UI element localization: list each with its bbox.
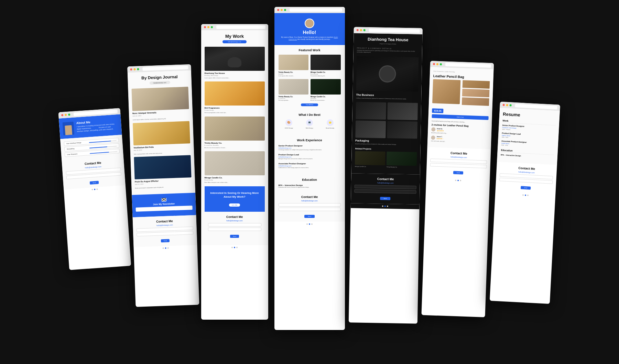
page6-dot-2[interactable] bbox=[457, 179, 458, 181]
page2-browser: By Design Journal hello@divdesign.com Nu… bbox=[127, 64, 199, 307]
minimize-dot bbox=[281, 9, 283, 11]
skill-bar-3 bbox=[90, 151, 117, 154]
page4-whatido-section: What I Do Best 🎨 UX/UI Design 💻 Web Desi… bbox=[274, 110, 345, 135]
page3-dot-1[interactable] bbox=[231, 247, 233, 248]
page6-side-img-2[interactable] bbox=[462, 89, 489, 97]
brand-label: Brand Identity bbox=[326, 127, 334, 129]
maximize-dot bbox=[284, 9, 286, 11]
page2-view-btn[interactable]: hello@divdesign.com bbox=[149, 81, 170, 85]
page1-dot-2[interactable] bbox=[94, 188, 95, 190]
page4-card-text-1: Lorem ipsum dolor sit amet... bbox=[279, 75, 309, 77]
page5-dot-3[interactable] bbox=[387, 206, 388, 207]
page5-name-input[interactable] bbox=[354, 185, 416, 189]
page7-dot-3[interactable] bbox=[527, 194, 528, 196]
page4-hero-link[interactable]: digital experiences bbox=[289, 36, 338, 41]
page3-proj-meta-4: Brand Identity bbox=[205, 179, 265, 181]
page2-url bbox=[142, 66, 188, 71]
page3-dot-3[interactable] bbox=[236, 247, 238, 248]
page3-subtitle-btn[interactable]: hello@divdesign.com bbox=[222, 40, 247, 43]
page7-body: Resume Work Senior Product Designer Free… bbox=[497, 108, 560, 165]
page3-cta-btn[interactable]: Let's Talk bbox=[229, 203, 240, 207]
page5-content: Dianhong Tea House Project & Company Det… bbox=[348, 33, 422, 323]
page5-contact-title: Contact Me bbox=[355, 177, 416, 181]
page3-email-input[interactable] bbox=[208, 228, 261, 231]
page1-dot-1[interactable] bbox=[91, 189, 93, 190]
page4-email-input[interactable] bbox=[279, 208, 341, 211]
page1-hero-link[interactable]: My work bbox=[91, 126, 98, 129]
page4-hero: Hello! My name is Brian. I'm a Senior Pr… bbox=[274, 13, 345, 45]
page6-browser: Shop / Accessories / Leather Pencil Bag … bbox=[421, 60, 494, 317]
page3-proj-text-4: Nam libero tempore cum soluta nobis... bbox=[205, 181, 265, 184]
page3-contact-email[interactable]: hello@divdesign.com bbox=[208, 220, 261, 222]
page4-dot-1[interactable] bbox=[306, 223, 308, 225]
page7-submit-btn[interactable]: Send bbox=[520, 186, 531, 189]
page3-dot-2[interactable] bbox=[234, 247, 235, 248]
page2-name-input[interactable] bbox=[136, 226, 193, 232]
page4-whatido-title: What I Do Best bbox=[279, 113, 341, 117]
page5-related-label-2: Trinity Beauty Co. bbox=[386, 166, 416, 168]
page5-section-1: Project & Company Details A premium tea … bbox=[357, 47, 419, 54]
page5-email-input[interactable] bbox=[354, 189, 416, 194]
page2-title: By Design Journal bbox=[131, 74, 188, 81]
page4-card-title-2: Mirage Candle Co. bbox=[311, 71, 341, 73]
page4-name-input[interactable] bbox=[279, 203, 341, 207]
page3-name-input[interactable] bbox=[208, 223, 261, 227]
newsletter-icon: ✉ bbox=[161, 198, 166, 201]
ux-label: UX/UI Design bbox=[285, 127, 293, 129]
page1-submit-button[interactable]: Send bbox=[90, 181, 99, 185]
page4-contact-email[interactable]: hello@divdesign.com bbox=[279, 200, 341, 202]
page5-submit-btn[interactable]: Send bbox=[380, 197, 390, 200]
page6-review-1: Sarah M. ★★★★★ Beautiful quality leather… bbox=[431, 127, 488, 136]
page5-dot-2[interactable] bbox=[384, 205, 385, 207]
page7-job-2: Product Design Lead Agency Name 2018 – 2… bbox=[501, 132, 555, 141]
page2-submit-btn[interactable]: Send bbox=[161, 239, 170, 242]
minimize-dot bbox=[436, 63, 438, 65]
page2-dot-3[interactable] bbox=[167, 247, 169, 249]
page5-img-grid-2 bbox=[355, 120, 417, 139]
page4-card-meta-4: Packaging bbox=[311, 98, 341, 99]
page6-side-img-1[interactable] bbox=[462, 80, 490, 89]
page4-dot-3[interactable] bbox=[311, 223, 313, 225]
page3-fragrance-img bbox=[205, 117, 265, 141]
page2-dot-2[interactable] bbox=[165, 247, 166, 249]
page1-browser: About Me I specialize in creating immers… bbox=[58, 108, 131, 270]
page4-card-meta-3: E-commerce bbox=[279, 98, 309, 99]
page5-related-img-1 bbox=[355, 151, 385, 165]
page2-post-img-2 bbox=[132, 121, 190, 145]
page4-card-img-1 bbox=[279, 55, 309, 70]
page6-review-2: James T. ★★★★☆ Very well made, great gif… bbox=[431, 135, 488, 144]
page6-add-to-cart-btn[interactable]: Add to Cart bbox=[432, 114, 488, 120]
page4-view-all-btn[interactable]: View All Work bbox=[301, 103, 318, 106]
page4-card-img-2 bbox=[311, 55, 341, 70]
page5-brand-text: Crafting a visual identity that captures… bbox=[356, 97, 418, 100]
page6-dot-1[interactable] bbox=[455, 179, 456, 181]
page3-proj-meta-2: Product Design bbox=[205, 109, 265, 111]
page6-side-img-3[interactable] bbox=[461, 97, 489, 106]
page4-dot-2[interactable] bbox=[309, 223, 310, 225]
page4-projects-grid: Trinity Beauty Co. Branding Lorem ipsum … bbox=[279, 55, 341, 101]
page5-contact-email[interactable]: hello@divdesign.com bbox=[354, 181, 416, 184]
page5-dot-1[interactable] bbox=[382, 205, 383, 207]
page6-name-input[interactable] bbox=[430, 158, 487, 164]
page3-submit-btn[interactable]: Send bbox=[230, 235, 239, 238]
page3-body: My Work hello@divdesign.com Dianhong Tea… bbox=[201, 30, 268, 245]
page4-featured-title: Featured Work bbox=[279, 48, 341, 52]
page6-reviewer-name-2: James T. ★★★★☆ bbox=[436, 136, 443, 140]
page6-product-grid bbox=[432, 79, 489, 106]
page6-dot-3[interactable] bbox=[459, 179, 461, 181]
page6-title: Leather Pencil Bag bbox=[433, 74, 490, 80]
page3-proj-title-2: Diri Fragrances bbox=[205, 107, 265, 109]
page2-dot-1[interactable] bbox=[162, 247, 164, 249]
page6-submit-btn[interactable]: Send bbox=[453, 171, 463, 174]
page4-submit-btn[interactable]: Send bbox=[304, 215, 314, 218]
page3-proj-text-3: At vero eos et accusamus et iusto... bbox=[205, 147, 265, 149]
page4-skill-ux: 🎨 UX/UI Design bbox=[285, 119, 293, 129]
skill-fill-1 bbox=[89, 140, 111, 142]
page4-card-1: Trinity Beauty Co. Branding Lorem ipsum … bbox=[279, 55, 309, 77]
page7-dot-2[interactable] bbox=[524, 194, 526, 196]
page1-dot-3[interactable] bbox=[96, 188, 98, 190]
close-dot bbox=[277, 9, 279, 11]
page2-nl-input[interactable] bbox=[135, 205, 192, 211]
skill-fill-2 bbox=[89, 146, 107, 148]
page7-dot-1[interactable] bbox=[522, 194, 523, 196]
